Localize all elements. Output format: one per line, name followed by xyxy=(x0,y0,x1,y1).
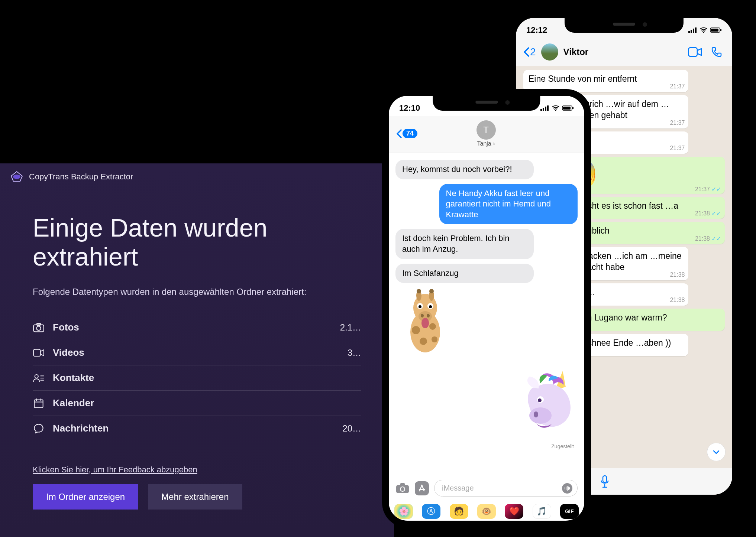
data-count: 20… xyxy=(342,423,361,434)
svg-rect-37 xyxy=(563,107,571,110)
camera-button[interactable] xyxy=(395,483,410,494)
wifi-icon xyxy=(552,105,560,111)
video-call-button[interactable] xyxy=(687,45,703,59)
svg-rect-64 xyxy=(400,483,405,486)
svg-point-47 xyxy=(419,305,421,308)
svg-point-44 xyxy=(429,289,434,293)
signal-icon xyxy=(688,27,697,33)
photos-app-icon[interactable]: 🌸 xyxy=(394,504,413,519)
svg-rect-15 xyxy=(693,29,694,33)
contact-header[interactable]: T Tanja › xyxy=(417,120,555,147)
animoji-app-icon[interactable]: 🐵 xyxy=(477,504,496,519)
back-button[interactable]: 2 xyxy=(523,46,536,58)
input-row: iMessage xyxy=(389,476,584,500)
read-ticks-icon: ✓✓ xyxy=(711,235,721,242)
data-row-kalender[interactable]: Kalender xyxy=(33,391,361,416)
svg-point-51 xyxy=(427,314,430,318)
svg-point-60 xyxy=(534,411,538,417)
mic-button[interactable] xyxy=(600,475,610,488)
voice-record-button[interactable] xyxy=(562,483,573,494)
back-button[interactable]: 74 xyxy=(396,129,417,138)
message-bubble[interactable]: Eine Stunde von mir entfernt21:37 xyxy=(523,70,688,92)
battery-icon xyxy=(710,27,722,33)
svg-point-17 xyxy=(703,32,704,33)
svg-point-63 xyxy=(401,487,404,491)
read-ticks-icon: ✓✓ xyxy=(711,186,721,192)
data-label: Fotos xyxy=(53,322,79,333)
calendar-icon xyxy=(33,398,45,409)
phone-notch xyxy=(565,18,684,33)
data-row-nachrichten[interactable]: Nachrichten 20… xyxy=(33,416,361,441)
svg-point-5 xyxy=(35,374,38,378)
message-time: 21:38✓✓ xyxy=(695,210,721,218)
svg-point-56 xyxy=(432,336,437,342)
message-bubble[interactable]: Im Schlafanzug xyxy=(395,264,534,283)
message-time: 21:38 xyxy=(670,271,685,279)
app-strip: 🌸 Ⓐ 🧑 🐵 ❤️ 🎵 GIF xyxy=(389,500,584,521)
contact-name[interactable]: Viktor xyxy=(563,47,682,57)
battery-icon xyxy=(562,105,574,111)
app-window: CopyTrans Backup Extractor Einige Daten … xyxy=(0,163,394,537)
open-folder-button[interactable]: Im Ordner anzeigen xyxy=(33,484,138,510)
app-store-button[interactable] xyxy=(415,481,429,495)
svg-rect-9 xyxy=(34,400,43,407)
svg-point-35 xyxy=(555,110,556,111)
message-time: 21:38 xyxy=(670,296,685,304)
contact-avatar[interactable] xyxy=(541,43,558,61)
svg-rect-19 xyxy=(711,29,718,32)
data-row-videos[interactable]: Videos 3… xyxy=(33,340,361,365)
giraffe-sticker[interactable] xyxy=(395,287,455,362)
svg-point-43 xyxy=(417,289,421,293)
svg-point-2 xyxy=(36,326,41,330)
svg-point-52 xyxy=(421,318,429,328)
back-badge: 74 xyxy=(403,129,417,138)
im-header: 74 T Tanja › xyxy=(389,116,584,153)
svg-rect-38 xyxy=(572,107,574,109)
svg-point-0 xyxy=(13,175,20,179)
music-app-icon[interactable]: 🎵 xyxy=(533,504,551,519)
app-titlebar: CopyTrans Backup Extractor xyxy=(9,171,133,183)
gif-app-icon[interactable]: GIF xyxy=(560,504,579,519)
message-bubble[interactable]: Ne Handy Akku fast leer und garantiert n… xyxy=(439,184,578,225)
status-time: 12:10 xyxy=(399,103,420,113)
svg-rect-16 xyxy=(695,27,697,33)
svg-rect-32 xyxy=(543,108,544,111)
app-logo-icon xyxy=(9,171,25,183)
voice-call-button[interactable] xyxy=(708,45,725,59)
svg-rect-21 xyxy=(688,48,697,56)
feedback-link[interactable]: Klicken Sie hier, um Ihr Feedback abzuge… xyxy=(33,465,197,475)
message-bubble[interactable]: Ist doch kein Problem. Ich bin auch im A… xyxy=(395,229,534,259)
svg-rect-34 xyxy=(547,105,549,111)
message-time: 21:37✓✓ xyxy=(695,186,721,192)
video-icon xyxy=(33,348,45,358)
svg-rect-4 xyxy=(33,349,40,356)
im-chat-body[interactable]: Hey, kommst du noch vorbei?!Ne Handy Akk… xyxy=(389,153,584,476)
svg-point-55 xyxy=(420,338,427,345)
data-row-kontakte[interactable]: Kontakte xyxy=(33,365,361,391)
unicorn-sticker[interactable] xyxy=(518,365,578,440)
svg-rect-3 xyxy=(37,323,41,325)
status-time: 12:12 xyxy=(526,25,547,35)
message-bubble[interactable]: Hey, kommst du noch vorbei?! xyxy=(395,160,534,179)
camera-icon xyxy=(33,322,45,333)
svg-rect-31 xyxy=(540,109,542,111)
svg-rect-20 xyxy=(720,29,721,31)
svg-point-54 xyxy=(429,323,436,330)
scroll-down-button[interactable] xyxy=(707,443,726,461)
appstore-app-icon[interactable]: Ⓐ xyxy=(422,504,440,519)
data-row-fotos[interactable]: Fotos 2.1… xyxy=(33,315,361,340)
heart-app-icon[interactable]: ❤️ xyxy=(505,504,523,519)
memoji-app-icon[interactable]: 🧑 xyxy=(450,504,468,519)
svg-point-53 xyxy=(412,326,420,334)
svg-rect-14 xyxy=(691,30,692,33)
chat-icon xyxy=(33,423,45,434)
wa-header: 2 Viktor xyxy=(516,38,732,66)
data-count: 2.1… xyxy=(340,322,361,333)
svg-point-58 xyxy=(538,398,542,402)
extract-more-button[interactable]: Mehr extrahieren xyxy=(148,484,242,510)
app-heading: Einige Daten wurden extrahiert xyxy=(33,213,361,271)
contact-avatar: T xyxy=(476,120,496,140)
contacts-icon xyxy=(33,373,45,383)
message-time: 21:38✓✓ xyxy=(695,235,721,243)
message-input[interactable]: iMessage xyxy=(434,480,578,497)
